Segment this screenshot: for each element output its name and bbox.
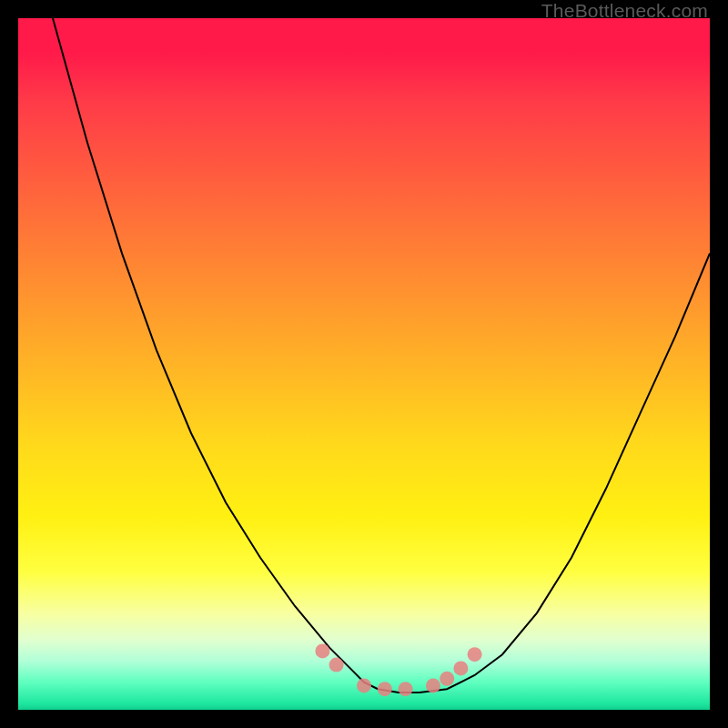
curve-marker [399, 682, 413, 696]
chart-frame: TheBottleneck.com [0, 0, 728, 728]
curve-marker [426, 678, 440, 693]
curve-marker [440, 672, 454, 686]
curve-marker [378, 682, 392, 696]
curve-svg [18, 18, 710, 710]
bottleneck-curve [18, 18, 710, 693]
bottleneck-markers-group [315, 643, 481, 696]
curve-marker [453, 661, 468, 675]
curve-marker [315, 643, 329, 658]
curve-marker [329, 658, 344, 672]
plot-area [18, 18, 710, 710]
curve-marker [468, 647, 482, 662]
curve-marker [357, 678, 371, 693]
